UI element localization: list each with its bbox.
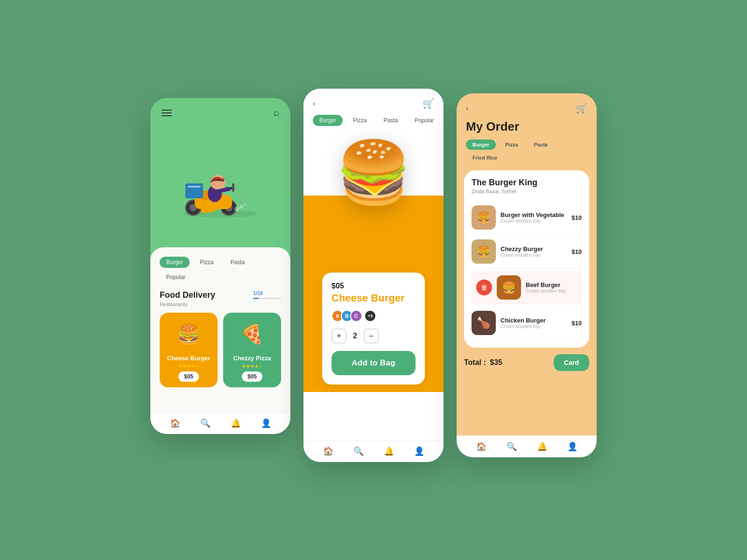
nav-search-1[interactable]: 🔍 — [200, 418, 211, 428]
item-price-1: $10 — [571, 214, 582, 221]
tab-burger-2[interactable]: Burger — [313, 115, 343, 126]
item-name-1: Burger with Vegetable — [500, 211, 567, 218]
order-tab-pasta[interactable]: Pasta — [528, 140, 554, 150]
tab-pizza-2[interactable]: Pizza — [346, 115, 373, 126]
quantity-controls: + 2 − — [331, 329, 416, 343]
food-card-chezzy-pizza[interactable]: 🍕 Chezzy Pizza ★★★★☆ $05 — [223, 313, 281, 387]
qty-decrease-btn[interactable]: − — [364, 329, 379, 343]
tab-popular-2[interactable]: Popular — [408, 115, 440, 126]
order-total: Total : $35 Card — [457, 348, 597, 371]
tab-burger-1[interactable]: Burger — [160, 257, 190, 268]
restaurant-location: Zinda Bazar, Sylhet — [472, 189, 582, 194]
svg-rect-9 — [232, 183, 234, 192]
category-tabs: Burger Pizza Pasta Popular — [160, 257, 281, 283]
menu-icon[interactable] — [162, 110, 172, 116]
order-item-1: 🍔 Burger with Vegetable Crown wooden tra… — [472, 201, 582, 235]
item-sub-3: Crown wooden tray — [526, 288, 577, 294]
item-img-4: 🍗 — [472, 311, 496, 335]
qty-increase-btn[interactable]: + — [331, 329, 346, 343]
my-order-title: My Order — [457, 119, 597, 140]
back-arrow-3[interactable]: ‹ — [466, 104, 468, 112]
phones-container: ⌕ — [150, 98, 597, 462]
nav-bell-1[interactable]: 🔔 — [231, 418, 241, 428]
tab-popular-1[interactable]: Popular — [160, 272, 192, 283]
cart-icon-2[interactable]: 🛒 — [423, 98, 434, 109]
order-list-container: The Burger King Zinda Bazar, Sylhet 🍔 Bu… — [464, 170, 589, 348]
order-tabs: Burger Pizza Pasta Fried Rice — [457, 140, 597, 170]
food-card-cheese-burger[interactable]: 🍔 Cheese Burger ★★★★☆ $05 — [160, 313, 218, 387]
phone2: ‹ 🛒 Burger Pizza Pasta Popular 🍔 $05 Che… — [303, 89, 444, 462]
qty-value: 2 — [353, 332, 357, 340]
phone2-hero: 🍔 — [303, 133, 444, 273]
nav-search-2[interactable]: 🔍 — [353, 446, 364, 456]
order-tab-friedrice[interactable]: Fried Rice — [466, 153, 504, 163]
cheese-burger-stars: ★★★★☆ — [178, 364, 199, 369]
item-price-4: $10 — [571, 320, 582, 327]
item-info-2: Chezzy Burger Crown wooden tray — [500, 245, 567, 258]
chezzy-pizza-price: $05 — [242, 371, 262, 382]
order-tab-burger[interactable]: Burger — [466, 140, 496, 150]
tab-pasta-2[interactable]: Pasta — [377, 115, 404, 126]
cheese-burger-name: Cheese Burger — [167, 355, 210, 362]
nav-home-3[interactable]: 🏠 — [476, 441, 486, 452]
item-info-1: Burger with Vegetable Crown wooden tray — [500, 211, 567, 224]
cheese-burger-price: $05 — [178, 371, 199, 382]
section-title-group: Food Delivery Restaurants — [160, 290, 215, 307]
section-header: Food Delivery Restaurants 1/10 — [160, 290, 281, 307]
total-value: $35 — [490, 358, 502, 366]
order-item-2: 🍔 Chezzy Burger Crown wooden tray $10 — [472, 235, 582, 269]
chezzy-pizza-name: Chezzy Pizza — [233, 355, 271, 362]
nav-bell-2[interactable]: 🔔 — [384, 446, 394, 456]
nav-bell-3[interactable]: 🔔 — [537, 441, 547, 452]
total-label: Total : — [464, 358, 486, 366]
phone1-bottom: Burger Pizza Pasta Popular Food Delivery… — [150, 247, 290, 434]
scooter-svg — [160, 127, 281, 221]
phone2-order-card: $05 Cheese Burger A B C +3 + 2 − Add to … — [322, 273, 425, 385]
total-text: Total : $35 — [464, 358, 502, 367]
food-cards: 🍔 Cheese Burger ★★★★☆ $05 🍕 Chezzy Pizza… — [160, 313, 281, 387]
order-tab-pizza[interactable]: Pizza — [499, 140, 525, 150]
item-info-3: Beef Burger Crown wooden tray — [526, 281, 577, 294]
cart-icon-3[interactable]: 🛒 — [576, 103, 587, 114]
add-to-bag-button[interactable]: Add to Bag — [331, 351, 416, 375]
nav-user-3[interactable]: 👤 — [567, 441, 578, 452]
bottom-nav-1: 🏠 🔍 🔔 👤 — [150, 412, 290, 434]
svg-rect-11 — [188, 186, 201, 188]
phone2-card-wrapper: $05 Cheese Burger A B C +3 + 2 − Add to … — [303, 273, 444, 392]
user-avatars: A B C +3 — [331, 310, 416, 322]
tab-pizza-1[interactable]: Pizza — [193, 257, 220, 268]
delete-item-3-btn[interactable]: 🗑 — [476, 280, 492, 295]
nav-home-1[interactable]: 🏠 — [170, 418, 180, 428]
item-price-2: $10 — [571, 248, 582, 255]
pagination: 1/10 — [253, 290, 281, 296]
phone3: ‹ 🛒 My Order Burger Pizza Pasta Fried Ri… — [457, 93, 597, 457]
back-arrow-2[interactable]: ‹ — [313, 99, 315, 108]
svg-rect-10 — [185, 183, 203, 198]
item-info-4: Chicken Burger Crown wooden tray — [500, 317, 567, 329]
bottom-nav-3: 🏠 🔍 🔔 👤 — [457, 435, 597, 457]
item-name-2: Chezzy Burger — [500, 245, 567, 252]
nav-user-1[interactable]: 👤 — [261, 418, 271, 428]
item-name-3: Beef Burger — [526, 281, 577, 288]
phone1: ⌕ — [150, 98, 290, 434]
phone3-header: ‹ 🛒 — [457, 93, 597, 119]
chezzy-pizza-img: 🍕 — [231, 318, 273, 351]
item-sub-2: Crown wooden tray — [500, 252, 567, 258]
item-img-1: 🍔 — [472, 205, 496, 230]
nav-user-2[interactable]: 👤 — [414, 446, 424, 456]
phone2-header-bg: ‹ 🛒 Burger Pizza Pasta Popular — [303, 89, 444, 133]
bottom-nav-2: 🏠 🔍 🔔 👤 — [303, 440, 444, 462]
card-button[interactable]: Card — [554, 354, 589, 371]
search-icon[interactable]: ⌕ — [274, 107, 279, 118]
tab-pasta-1[interactable]: Pasta — [224, 257, 251, 268]
nav-home-2[interactable]: 🏠 — [323, 446, 333, 456]
nav-search-3[interactable]: 🔍 — [507, 441, 517, 452]
progress-fill — [253, 298, 259, 299]
chezzy-pizza-stars: ★★★★☆ — [242, 364, 263, 369]
delivery-illustration — [160, 123, 281, 225]
section-sub: Restaurants — [160, 301, 215, 307]
top-bar: ⌕ — [160, 107, 281, 123]
item-price-label: $05 — [331, 282, 416, 290]
progress-bar — [253, 298, 281, 299]
item-name-4: Chicken Burger — [500, 317, 567, 324]
